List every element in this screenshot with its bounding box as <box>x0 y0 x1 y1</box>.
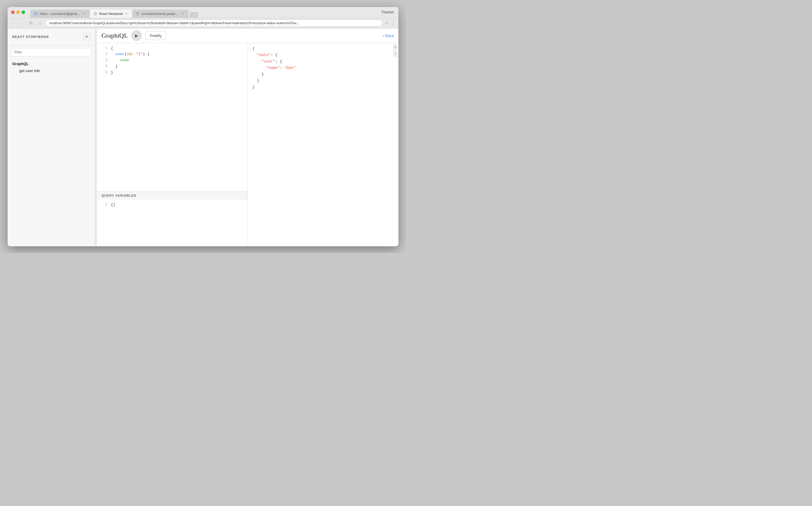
result-line-3: "user": { <box>252 58 394 65</box>
keyboard-shortcut-icon[interactable]: ⌘ <box>83 33 90 40</box>
graphiql-title: GraphiQL <box>102 32 128 39</box>
tab-inbox-close[interactable]: ✕ <box>82 12 86 16</box>
tab-inbox-label: Inbox – mnmtanish@gmail.com <box>40 12 81 15</box>
address-input[interactable] <box>45 19 382 26</box>
query-line-5: 5 } <box>97 70 247 76</box>
collapse-btn-1[interactable]: ▾ <box>393 45 397 50</box>
query-variables-editor[interactable]: 1 {} <box>97 199 247 246</box>
query-line-4: 4 } <box>97 64 247 70</box>
forward-button[interactable]: → <box>19 20 26 26</box>
page-icon <box>93 12 97 16</box>
docs-button[interactable]: ‹ Docs <box>383 33 394 38</box>
minimize-button[interactable] <box>16 10 20 14</box>
query-line-3: 3 name <box>97 58 247 64</box>
result-line-6: } <box>252 78 394 84</box>
graphiql-header: GraphiQL ▶ Prettify ‹ Docs <box>97 28 398 43</box>
new-tab-button[interactable] <box>190 12 198 18</box>
result-line-4: "name": "Dan" <box>252 65 394 71</box>
collapse-btn-2[interactable]: ▾ <box>393 51 397 57</box>
vars-line-1: 1 {} <box>97 202 247 208</box>
graphiql-area: GraphiQL ▶ Prettify ‹ Docs 1 { <box>97 28 398 246</box>
sidebar-section-graphql: GraphQL get user info <box>8 59 95 76</box>
menu-button[interactable]: ⋮ <box>391 20 396 26</box>
prettify-button[interactable]: Prettify <box>145 31 166 40</box>
query-editor[interactable]: 1 { 2 user(id: "1") { 3 <box>97 43 247 191</box>
query-line-2: 2 user(id: "1") { <box>97 51 247 58</box>
query-line-1: 1 { <box>97 46 247 52</box>
filter-input[interactable] <box>11 48 91 56</box>
result-panel: ▾ ▾ { "data": { "user": { "name": "Dan" … <box>248 43 399 246</box>
sidebar: REACT STORYBOOK ⌘ GraphQL get user info <box>8 28 95 246</box>
tabs-bar: Inbox – mnmtanish@gmail.com ✕ React Stor… <box>30 7 379 18</box>
graphiql-panels: 1 { 2 user(id: "1") { 3 <box>97 43 398 246</box>
tab-storybook-close[interactable]: ✕ <box>124 12 129 16</box>
home-button[interactable]: ⌂ <box>37 20 43 26</box>
sidebar-item-get-user-info[interactable]: get user info <box>12 67 90 74</box>
result-content: { "data": { "user": { "name": "Dan" } } … <box>248 43 399 93</box>
query-variables-header[interactable]: QUERY VARIABLES <box>97 191 247 199</box>
github-icon <box>136 12 140 16</box>
address-bar: ← → ↻ ⌂ ☆ ⋮ <box>8 18 398 28</box>
result-line-1: { <box>252 46 394 52</box>
main-content: REACT STORYBOOK ⌘ GraphQL get user info … <box>8 28 398 246</box>
sidebar-section-title: GraphQL <box>12 62 90 66</box>
query-panel: 1 { 2 user(id: "1") { 3 <box>97 43 248 246</box>
result-line-2: "data": { <box>252 52 394 58</box>
sidebar-header: REACT STORYBOOK ⌘ <box>8 28 95 45</box>
collapse-buttons: ▾ ▾ <box>392 43 398 58</box>
browser-window: Inbox – mnmtanish@gmail.com ✕ React Stor… <box>8 7 398 246</box>
traffic-lights <box>11 10 25 14</box>
back-button[interactable]: ← <box>10 20 17 26</box>
user-label: Thanish <box>381 10 395 14</box>
title-bar: Inbox – mnmtanish@gmail.com ✕ React Stor… <box>8 7 398 18</box>
result-line-5: } <box>252 71 394 78</box>
result-line-7: } <box>252 84 394 90</box>
tab-github-close[interactable]: ✕ <box>181 12 185 16</box>
mail-icon <box>34 12 38 16</box>
sidebar-title: REACT STORYBOOK <box>12 35 49 38</box>
svg-rect-0 <box>34 12 37 15</box>
tab-github-label: mnmtanish/mock-graphql-sto... <box>141 12 179 15</box>
refresh-button[interactable]: ↻ <box>28 20 34 26</box>
tab-storybook-label: React Storybook <box>99 12 123 15</box>
tab-github[interactable]: mnmtanish/mock-graphql-sto... ✕ <box>132 10 189 18</box>
bookmark-button[interactable]: ☆ <box>385 21 389 25</box>
svg-point-4 <box>136 12 139 15</box>
run-button[interactable]: ▶ <box>131 30 142 41</box>
maximize-button[interactable] <box>22 10 25 14</box>
tab-storybook[interactable]: React Storybook ✕ <box>90 10 132 18</box>
close-button[interactable] <box>11 10 15 14</box>
tab-inbox[interactable]: Inbox – mnmtanish@gmail.com ✕ <box>30 10 90 18</box>
